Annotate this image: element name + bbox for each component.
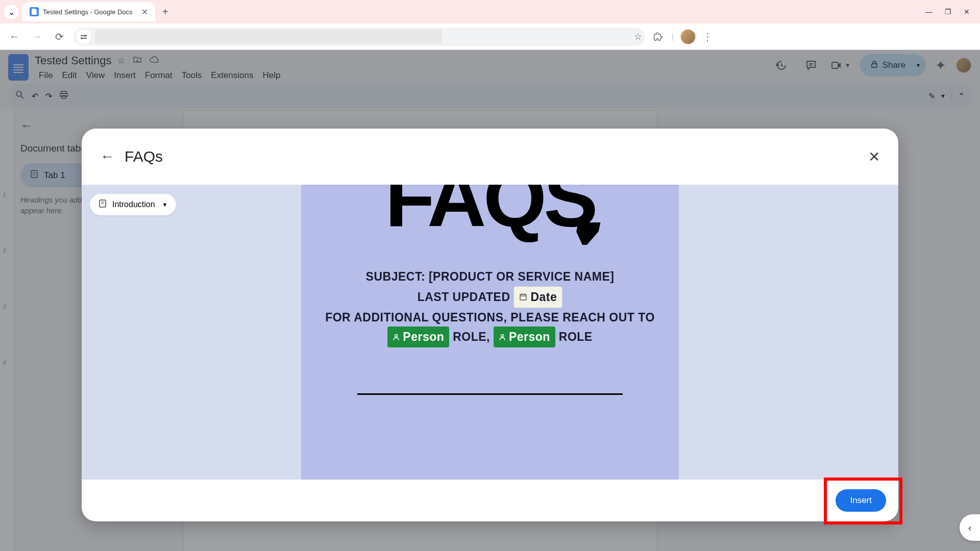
preview-line-2: LAST UPDATED Date [301, 286, 679, 308]
chevron-down-icon: ⌄ [8, 7, 15, 17]
section-pill-label: Introduction [112, 200, 155, 209]
calendar-icon [519, 288, 527, 307]
docs-favicon-icon [30, 7, 39, 16]
window-maximize-button[interactable]: ❐ [945, 8, 951, 16]
preview-line-3: FOR ADDITIONAL QUESTIONS, PLEASE REACH O… [301, 308, 679, 327]
modal-back-button[interactable]: ← [100, 148, 114, 165]
tab-title: Tested Settings - Google Docs [43, 8, 133, 16]
bookmark-star-icon[interactable]: ☆ [634, 31, 642, 42]
preview-heading: FAQS [301, 185, 679, 227]
new-tab-button[interactable]: + [162, 6, 168, 18]
svg-point-24 [395, 335, 398, 337]
window-minimize-button[interactable]: — [925, 8, 933, 16]
profile-avatar[interactable] [680, 29, 696, 45]
browser-tab-active[interactable]: Tested Settings - Google Docs ✕ [22, 2, 155, 21]
browser-forward-button[interactable]: → [29, 29, 45, 45]
browser-back-button[interactable]: ← [6, 29, 22, 45]
svg-rect-0 [81, 35, 85, 36]
modal-body: Introduction ▼ FAQS SUBJECT: [PRODUCT OR… [82, 185, 898, 480]
person-smart-chip: Person [387, 327, 449, 347]
chevron-down-icon: ▼ [162, 202, 168, 208]
person-icon [393, 328, 400, 346]
svg-point-1 [85, 35, 87, 37]
modal-close-button[interactable]: ✕ [868, 148, 880, 165]
site-settings-icon[interactable] [77, 30, 91, 44]
window-close-button[interactable]: ✕ [964, 8, 970, 16]
preview-line-4: Person ROLE, Person ROLE [301, 327, 679, 347]
svg-rect-2 [83, 38, 87, 39]
preview-line-1: SUBJECT: [PRODUCT OR SERVICE NAME] [301, 267, 679, 286]
address-bar[interactable]: ☆ [74, 28, 645, 46]
modal-footer: Insert [82, 480, 898, 521]
section-selector[interactable]: Introduction ▼ [90, 194, 176, 215]
browser-menu-button[interactable]: ⋮ [702, 31, 713, 43]
building-block-modal: ← FAQs ✕ Introduction ▼ FAQS SUBJECT: [P… [82, 129, 898, 521]
tab-close-icon[interactable]: ✕ [141, 7, 148, 17]
url-redacted [95, 30, 442, 44]
date-smart-chip: Date [513, 286, 562, 308]
svg-point-25 [501, 335, 503, 337]
search-tabs-button[interactable]: ⌄ [4, 5, 18, 19]
modal-header: ← FAQs ✕ [82, 129, 898, 185]
extensions-icon[interactable] [651, 30, 666, 44]
svg-rect-20 [520, 294, 526, 300]
doc-icon [98, 199, 107, 210]
preview-subtext: SUBJECT: [PRODUCT OR SERVICE NAME] LAST … [301, 267, 679, 347]
docs-app: Tested Settings ☆ File Edit View Insert … [0, 50, 980, 551]
person-smart-chip: Person [494, 327, 555, 347]
divider-line [357, 393, 623, 395]
modal-title: FAQs [125, 148, 163, 165]
window-controls: — ❐ ✕ [925, 8, 976, 16]
svg-point-3 [81, 37, 83, 39]
browser-toolbar: ← → ⟳ ☆ | ⋮ [0, 23, 980, 50]
insert-button[interactable]: Insert [836, 489, 886, 512]
browser-tab-strip: ⌄ Tested Settings - Google Docs ✕ + — ❐ … [0, 0, 980, 23]
browser-reload-button[interactable]: ⟳ [51, 29, 67, 45]
person-icon [499, 328, 506, 346]
template-preview: FAQS SUBJECT: [PRODUCT OR SERVICE NAME] … [301, 185, 679, 480]
